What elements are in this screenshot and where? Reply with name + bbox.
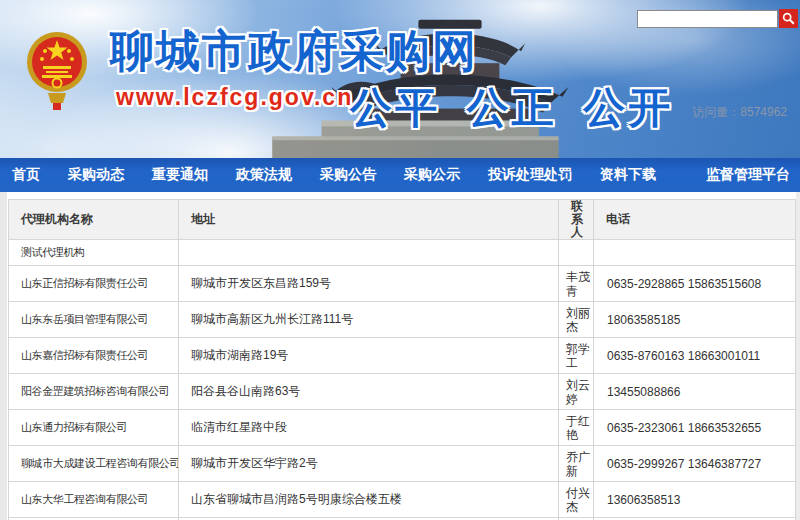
agency-table: 代理机构名称 地址 联系人 电话 测试代理机构 山东正信招标有限责任公司 聊城市… bbox=[8, 199, 796, 520]
phone-cell: 13606358513 bbox=[594, 482, 796, 518]
address-cell: 聊城市开发区华宇路2号 bbox=[179, 446, 559, 482]
table-header-row: 代理机构名称 地址 联系人 电话 bbox=[9, 200, 796, 240]
agency-name-cell: 山东正信招标有限责任公司 bbox=[9, 266, 179, 302]
table-row: 山东通力招标有限公司 临清市红星路中段 于红艳 0635-2323061 186… bbox=[9, 410, 796, 446]
nav-item-procurement-publicity[interactable]: 采购公示 bbox=[404, 166, 460, 184]
contact-cell bbox=[559, 240, 594, 266]
site-url: www.lczfcg.gov.cn bbox=[116, 84, 353, 111]
contact-cell: 丰茂青 bbox=[559, 266, 594, 302]
agency-name-cell: 山东大华工程咨询有限公司 bbox=[9, 482, 179, 518]
table-row: 山东正信招标有限责任公司 聊城市开发区东昌路159号 丰茂青 0635-2928… bbox=[9, 266, 796, 302]
table-row: 聊城市大成建设工程咨询有限公司 聊城市开发区华宇路2号 乔广新 0635-299… bbox=[9, 446, 796, 482]
national-emblem-icon bbox=[26, 26, 88, 112]
address-cell: 聊城市高新区九州长江路111号 bbox=[179, 302, 559, 338]
nav-item-procurement-news[interactable]: 采购动态 bbox=[68, 166, 124, 184]
phone-cell: 0635-2999267 13646387727 bbox=[594, 446, 796, 482]
table-row: 山东东岳项目管理有限公司 聊城市高新区九州长江路111号 刘丽杰 1806358… bbox=[9, 302, 796, 338]
nav-item-procurement-announcements[interactable]: 采购公告 bbox=[320, 166, 376, 184]
visit-label: 访问量： bbox=[692, 105, 740, 119]
agency-name-cell: 山东嘉信招标有限责任公司 bbox=[9, 338, 179, 374]
address-cell: 山东省聊城市昌润路5号明康综合楼五楼 bbox=[179, 482, 559, 518]
address-cell bbox=[179, 240, 559, 266]
nav-item-policies-regulations[interactable]: 政策法规 bbox=[236, 166, 292, 184]
contact-cell: 于红艳 bbox=[559, 410, 594, 446]
col-header-phone: 电话 bbox=[594, 200, 796, 240]
main-nav: 首页 采购动态 重要通知 政策法规 采购公告 采购公示 投诉处理处罚 资料下载 … bbox=[0, 158, 800, 192]
col-header-agency-name: 代理机构名称 bbox=[9, 200, 179, 240]
agency-name-cell: 测试代理机构 bbox=[9, 240, 179, 266]
contact-cell: 郭学工 bbox=[559, 338, 594, 374]
site-title: 聊城市政府采购网 bbox=[110, 22, 478, 81]
nav-item-supervision-platform[interactable]: 监督管理平台 bbox=[706, 166, 790, 184]
search-box bbox=[637, 9, 798, 28]
address-cell: 聊城市湖南路19号 bbox=[179, 338, 559, 374]
phone-cell: 0635-2323061 18663532655 bbox=[594, 410, 796, 446]
agency-name-cell: 阳谷金罡建筑招标咨询有限公司 bbox=[9, 374, 179, 410]
right-margin-strip bbox=[796, 192, 800, 520]
site-slogan: 公平 公正 公开 bbox=[350, 80, 673, 136]
contact-cell: 付兴杰 bbox=[559, 482, 594, 518]
nav-item-complaint-handling[interactable]: 投诉处理处罚 bbox=[488, 166, 572, 184]
address-cell: 聊城市开发区东昌路159号 bbox=[179, 266, 559, 302]
phone-cell: 0635-8760163 18663001011 bbox=[594, 338, 796, 374]
phone-cell: 0635-2928865 15863515608 bbox=[594, 266, 796, 302]
agency-name-cell: 聊城市大成建设工程咨询有限公司 bbox=[9, 446, 179, 482]
agency-name-cell: 山东通力招标有限公司 bbox=[9, 410, 179, 446]
table-row: 山东嘉信招标有限责任公司 聊城市湖南路19号 郭学工 0635-8760163 … bbox=[9, 338, 796, 374]
contact-cell: 刘云婷 bbox=[559, 374, 594, 410]
nav-item-home[interactable]: 首页 bbox=[12, 166, 40, 184]
left-margin-strip bbox=[0, 192, 7, 520]
agency-name-cell: 山东东岳项目管理有限公司 bbox=[9, 302, 179, 338]
col-header-contact: 联系人 bbox=[559, 200, 594, 240]
address-cell: 临清市红星路中段 bbox=[179, 410, 559, 446]
table-row: 阳谷金罡建筑招标咨询有限公司 阳谷县谷山南路63号 刘云婷 1345508886… bbox=[9, 374, 796, 410]
nav-item-downloads[interactable]: 资料下载 bbox=[600, 166, 656, 184]
visit-counter: 访问量：8574962 bbox=[692, 104, 787, 121]
search-input[interactable] bbox=[637, 10, 778, 28]
visit-count: 8574962 bbox=[740, 105, 787, 119]
col-header-address: 地址 bbox=[179, 200, 559, 240]
address-cell: 阳谷县谷山南路63号 bbox=[179, 374, 559, 410]
table-row: 山东大华工程咨询有限公司 山东省聊城市昌润路5号明康综合楼五楼 付兴杰 1360… bbox=[9, 482, 796, 518]
phone-cell: 13455088866 bbox=[594, 374, 796, 410]
phone-cell bbox=[594, 240, 796, 266]
nav-item-important-notices[interactable]: 重要通知 bbox=[152, 166, 208, 184]
phone-cell: 18063585185 bbox=[594, 302, 796, 338]
contact-cell: 刘丽杰 bbox=[559, 302, 594, 338]
search-button[interactable] bbox=[779, 9, 798, 28]
site-banner: 聊城市政府采购网 www.lczfcg.gov.cn 公平 公正 公开 访问量：… bbox=[0, 0, 800, 158]
magnifier-icon bbox=[782, 12, 795, 25]
table-row: 测试代理机构 bbox=[9, 240, 796, 266]
contact-cell: 乔广新 bbox=[559, 446, 594, 482]
